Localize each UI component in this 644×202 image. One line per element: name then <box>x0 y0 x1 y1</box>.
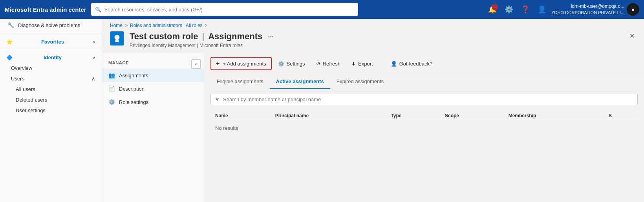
table-body: No results <box>210 122 638 135</box>
settings-button[interactable]: ⚙️ <box>502 2 516 16</box>
sidebar-item-user-settings[interactable]: User settings <box>0 105 102 116</box>
users-label: Users <box>11 76 24 82</box>
member-search-input[interactable] <box>223 96 633 102</box>
left-panel: Manage « 👥 Assignments 📄 Description ⚙️ … <box>102 53 204 202</box>
assignments-table: Name Principal name Type Scope Membershi… <box>210 110 638 135</box>
search-bar[interactable]: 🔍 <box>91 3 358 16</box>
col-type: Type <box>386 110 440 122</box>
table-header: Name Principal name Type Scope Membershi… <box>210 110 638 122</box>
tab-eligible[interactable]: Eligible assignments <box>210 75 270 89</box>
search-icon: 🔍 <box>95 7 101 13</box>
add-assignments-button[interactable]: + + Add assignments <box>210 57 272 70</box>
tab-expired[interactable]: Expired assignments <box>330 75 390 89</box>
notifications-button[interactable]: 🔔 1 <box>485 2 499 16</box>
user-info[interactable]: idm-mb-user@ompqa.o... ZOHO CORPORATION … <box>551 4 624 15</box>
identity-icon: 🔷 <box>6 55 13 60</box>
sidebar-item-deleted-users[interactable]: Deleted users <box>0 95 102 105</box>
role-name: Test custom role <box>130 31 198 42</box>
favorites-chevron: ∨ <box>93 40 95 44</box>
help-button[interactable]: ❓ <box>518 2 532 16</box>
refresh-button[interactable]: ↺ Refresh <box>311 58 346 69</box>
sidebar-item-users[interactable]: Users ∧ <box>0 73 102 84</box>
all-users-label: All users <box>16 86 35 92</box>
breadcrumb-home[interactable]: Home <box>110 23 123 28</box>
assignments-label: Assignments <box>119 73 148 78</box>
page-title: Test custom role | Assignments ··· <box>130 31 622 42</box>
plus-icon: + <box>216 60 220 67</box>
description-label: Description <box>119 86 145 92</box>
star-icon: ⭐ <box>6 39 13 45</box>
sidebar-divider-2 <box>0 49 102 49</box>
sidebar-item-all-users[interactable]: All users <box>0 84 102 95</box>
breadcrumb-sep1: > <box>125 23 128 28</box>
refresh-icon: ↺ <box>316 61 320 67</box>
breadcrumb: Home > Roles and administrators | All ro… <box>102 19 644 31</box>
settings-label: Settings <box>287 61 305 67</box>
content-body: Manage « 👥 Assignments 📄 Description ⚙️ … <box>102 53 644 202</box>
identity-chevron: ∧ <box>93 55 95 60</box>
avatar[interactable]: ● <box>627 3 639 16</box>
col-name: Name <box>210 110 271 122</box>
export-icon: ⬇ <box>351 61 356 67</box>
settings-icon: ⚙️ <box>278 61 284 67</box>
company-name: ZOHO CORPORATION PRIVATE LI... <box>551 10 624 15</box>
breadcrumb-sep2: > <box>205 23 208 28</box>
table-area: ⛛ Name Principal name Type Scope Members… <box>204 89 644 139</box>
export-button[interactable]: ⬇ Export <box>347 58 378 69</box>
feedback-nav-button[interactable]: 👤 <box>535 2 549 16</box>
feedback-icon: 👤 <box>391 61 397 67</box>
role-icon <box>110 31 124 45</box>
breadcrumb-roles[interactable]: Roles and administrators | All roles <box>130 23 203 28</box>
search-input[interactable] <box>104 7 354 13</box>
role-section: Assignments <box>208 31 262 42</box>
table-row: No results <box>210 122 638 135</box>
notification-badge: 1 <box>492 4 498 10</box>
filter-icon: ⛛ <box>215 96 220 102</box>
more-options-button[interactable]: ··· <box>266 31 275 42</box>
right-panel: + + Add assignments ⚙️ Settings ↺ Refres… <box>204 53 644 202</box>
role-settings-label: Role settings <box>119 99 148 105</box>
add-assignments-label: + Add assignments <box>223 61 266 67</box>
user-settings-label: User settings <box>16 107 46 113</box>
sidebar-divider <box>0 33 102 33</box>
sidebar: 🔧 Diagnose & solve problems ⭐ Favorites … <box>0 19 102 202</box>
sidebar-item-overview[interactable]: Overview <box>0 63 102 73</box>
sidebar-item-diagnose[interactable]: 🔧 Diagnose & solve problems <box>0 19 102 31</box>
close-button[interactable]: ✕ <box>628 31 636 41</box>
tab-active[interactable]: Active assignments <box>270 75 330 89</box>
col-membership: Membership <box>504 110 604 122</box>
refresh-label: Refresh <box>323 61 341 67</box>
collapse-panel-button[interactable]: « <box>191 59 201 69</box>
search-filter[interactable]: ⛛ <box>210 94 638 105</box>
feedback-label: Got feedback? <box>399 61 433 67</box>
top-navigation: Microsoft Entra admin center 🔍 🔔 1 ⚙️ ❓ … <box>0 0 644 19</box>
main-content: Home > Roles and administrators | All ro… <box>102 19 644 202</box>
nav-item-assignments[interactable]: 👥 Assignments <box>102 69 204 82</box>
users-chevron-icon: ∧ <box>91 76 95 82</box>
tabs: Eligible assignments Active assignments … <box>204 75 644 89</box>
toolbar: + + Add assignments ⚙️ Settings ↺ Refres… <box>204 53 644 75</box>
manage-label: Manage <box>102 57 135 67</box>
sidebar-item-diagnose-label: Diagnose & solve problems <box>18 22 80 28</box>
col-s: S <box>604 110 638 122</box>
no-results: No results <box>210 122 638 135</box>
identity-label: Identity <box>44 55 62 60</box>
nav-item-description[interactable]: 📄 Description <box>102 82 204 95</box>
diagnose-icon: 🔧 <box>7 22 14 28</box>
page-title-area: Test custom role | Assignments ··· Privi… <box>130 31 622 48</box>
role-settings-icon: ⚙️ <box>108 99 115 105</box>
identity-group[interactable]: 🔷 Identity ∧ <box>0 51 102 63</box>
page-header: Test custom role | Assignments ··· Privi… <box>102 31 644 53</box>
col-principal: Principal name <box>271 110 386 122</box>
nav-item-role-settings[interactable]: ⚙️ Role settings <box>102 95 204 109</box>
title-separator: | <box>202 31 204 42</box>
toolbar-separator <box>382 59 382 68</box>
col-scope: Scope <box>440 110 504 122</box>
feedback-button[interactable]: 👤 Got feedback? <box>386 58 437 69</box>
app-title: Microsoft Entra admin center <box>5 6 86 13</box>
settings-button[interactable]: ⚙️ Settings <box>273 58 310 69</box>
username: idm-mb-user@ompqa.o... <box>551 4 624 10</box>
favorites-group[interactable]: ⭐ Favorites ∨ <box>0 35 102 47</box>
page-subtitle: Privileged Identity Management | Microso… <box>130 43 622 48</box>
description-icon: 📄 <box>108 86 115 92</box>
